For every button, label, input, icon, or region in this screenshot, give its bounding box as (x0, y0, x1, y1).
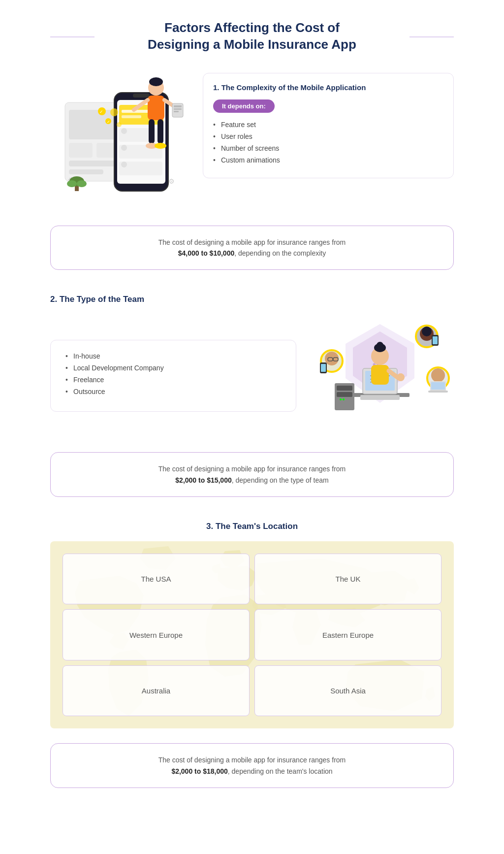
svg-point-17 (121, 162, 127, 167)
svg-rect-5 (69, 169, 103, 174)
cost-text-3: The cost of designing a mobile app for i… (158, 756, 346, 764)
svg-point-55 (377, 342, 383, 349)
cost-range-3: $2,000 to $18,000 (171, 767, 227, 775)
svg-rect-23 (149, 119, 155, 144)
svg-rect-11 (122, 115, 141, 118)
title-line1: Factors Affecting the Cost of (164, 20, 340, 35)
cost-text-1: The cost of designing a mobile app for i… (158, 238, 346, 246)
svg-text:⚙: ⚙ (168, 177, 175, 185)
title-line2: Designing a Mobile Insurance App (148, 37, 356, 52)
svg-rect-69 (433, 336, 438, 344)
location-eastern-europe: Eastern Europe (254, 609, 441, 660)
team-list-box: In-house Local Development Company Freel… (50, 340, 296, 412)
svg-rect-61 (337, 386, 352, 391)
svg-rect-2 (69, 143, 93, 158)
depends-badge: It depends on: (213, 99, 275, 113)
location-grid: The USA The UK Western Europe Eastern Eu… (50, 541, 454, 728)
svg-rect-24 (158, 119, 163, 144)
svg-point-78 (431, 368, 445, 382)
bullet-feature-set: Feature set (213, 121, 443, 129)
team-illustration: ✓ (306, 314, 454, 437)
svg-point-38 (77, 180, 87, 187)
location-south-asia: South Asia (254, 665, 441, 716)
section3-title: 3. The Team's Location (50, 522, 454, 531)
cost-suffix-1: , depending on the complexity (234, 249, 326, 257)
svg-point-19 (149, 77, 163, 86)
bullet-local: Local Development Company (65, 364, 281, 372)
phone-illustration: ⚙ ⚙ ✓ ✓ (50, 73, 188, 211)
svg-rect-20 (148, 96, 164, 120)
svg-rect-4 (69, 161, 120, 166)
complexity-bullets: Feature set User roles Number of screens… (213, 121, 443, 164)
bullet-outsource: Outsource (65, 388, 281, 395)
cost-text-2: The cost of designing a mobile app for i… (158, 465, 346, 473)
svg-point-16 (121, 145, 127, 151)
section2-title: 2. The Type of the Team (50, 295, 454, 304)
svg-text:✓: ✓ (99, 109, 103, 114)
location-uk: The UK (254, 554, 441, 604)
section2-layout: In-house Local Development Company Freel… (50, 314, 454, 437)
page-title: Factors Affecting the Cost of Designing … (50, 20, 454, 53)
cost-suffix-2: , depending on the type of team (232, 476, 329, 484)
bullet-screens: Number of screens (213, 144, 443, 152)
svg-point-34 (117, 122, 122, 127)
svg-rect-52 (360, 395, 400, 400)
svg-rect-8 (133, 94, 150, 98)
cost-range-2: $2,000 to $15,000 (175, 476, 231, 484)
svg-rect-29 (174, 108, 182, 110)
svg-text:✓: ✓ (107, 120, 110, 124)
svg-point-64 (343, 398, 345, 400)
location-australia: Australia (63, 665, 250, 716)
svg-point-71 (325, 352, 339, 365)
team-bullets: In-house Local Development Company Freel… (65, 352, 281, 395)
location-western-europe: Western Europe (63, 609, 250, 660)
bullet-freelance: Freelance (65, 376, 281, 384)
svg-rect-76 (321, 364, 326, 372)
location-usa: The USA (63, 554, 250, 604)
svg-rect-56 (371, 365, 389, 385)
cost-range-1: $4,000 to $10,000 (178, 249, 234, 257)
svg-point-33 (110, 108, 118, 116)
world-map-section: The USA The UK Western Europe Eastern Eu… (50, 541, 454, 728)
cost-suffix-3: , depending on the team's location (228, 767, 333, 775)
bullet-animations: Custom animations (213, 156, 443, 164)
cost-box-section3: The cost of designing a mobile app for i… (50, 743, 454, 788)
section1-layout: ⚙ ⚙ ✓ ✓ 1. The Complexity of (50, 73, 454, 211)
svg-point-63 (340, 398, 342, 400)
bullet-inhouse: In-house (65, 352, 281, 360)
svg-rect-62 (337, 392, 352, 397)
svg-point-15 (121, 128, 127, 134)
bullet-user-roles: User roles (213, 132, 443, 140)
complexity-content-box: 1. The Complexity of the Mobile Applicat… (203, 73, 454, 178)
svg-rect-59 (399, 373, 403, 381)
svg-rect-80 (431, 382, 445, 390)
cost-box-section2: The cost of designing a mobile app for i… (50, 452, 454, 497)
svg-rect-81 (428, 391, 448, 393)
svg-rect-30 (174, 111, 179, 112)
cost-box-section1: The cost of designing a mobile app for i… (50, 226, 454, 270)
factor1-title: 1. The Complexity of the Mobile Applicat… (213, 83, 443, 92)
svg-rect-28 (174, 105, 182, 107)
svg-point-26 (155, 143, 166, 149)
svg-point-37 (67, 180, 77, 187)
svg-point-67 (422, 327, 432, 336)
